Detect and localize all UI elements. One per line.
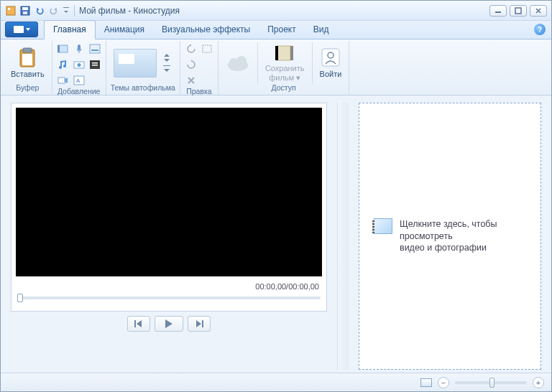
svg-rect-29 <box>275 46 278 60</box>
zoom-slider-thumb[interactable] <box>489 378 494 388</box>
app-icon <box>5 5 17 17</box>
help-icon[interactable]: ? <box>534 24 546 35</box>
delete-icon[interactable] <box>185 74 198 87</box>
svg-point-16 <box>77 63 80 67</box>
login-label: Войти <box>320 70 342 78</box>
preview-pane: 00:00,00/00:00,00 <box>11 103 327 370</box>
save-icon[interactable] <box>19 5 31 17</box>
svg-rect-9 <box>23 48 32 52</box>
add-caption-icon[interactable] <box>88 42 101 55</box>
tab-main[interactable]: Главная <box>44 20 96 39</box>
svg-rect-14 <box>78 45 80 50</box>
zoom-in-button[interactable]: + <box>533 377 544 388</box>
ribbon-tabstrip: Главная Анимация Визуальные эффекты Прое… <box>1 21 551 39</box>
group-themes: Темы автофильма <box>106 41 180 95</box>
svg-rect-1 <box>8 8 10 10</box>
group-access: Сохранить фильм ▾ Войти Доступ <box>218 41 349 95</box>
minimize-button[interactable] <box>489 5 507 17</box>
add-blank-icon <box>88 74 101 87</box>
paste-button[interactable]: Вставить <box>8 45 47 80</box>
window-title: Мой фильм - Киностудия <box>79 6 180 16</box>
select-all-icon[interactable] <box>201 42 213 55</box>
playback-slider[interactable] <box>17 297 321 299</box>
svg-rect-0 <box>6 6 15 15</box>
svg-rect-15 <box>74 62 84 68</box>
svg-rect-5 <box>63 7 69 8</box>
svg-rect-24 <box>203 45 211 52</box>
pane-splitter[interactable] <box>337 103 349 370</box>
save-movie-label2: фильм ▾ <box>269 73 300 82</box>
svg-rect-8 <box>20 50 34 67</box>
group-access-label: Доступ <box>272 83 296 93</box>
svg-point-27 <box>236 56 247 66</box>
blank-edit-2 <box>201 74 213 87</box>
add-narration-icon[interactable] <box>73 42 86 55</box>
add-music-icon[interactable] <box>57 58 70 71</box>
playback-slider-thumb[interactable] <box>17 294 23 302</box>
window-controls <box>489 5 547 17</box>
group-add: A Добавление <box>52 41 106 95</box>
svg-rect-17 <box>74 76 84 85</box>
quick-access-toolbar <box>5 5 70 17</box>
add-webcam-icon[interactable] <box>57 74 70 87</box>
blank-edit-1 <box>201 58 213 71</box>
next-frame-button[interactable] <box>188 316 211 332</box>
prev-frame-button[interactable] <box>127 316 150 332</box>
titlebar-separator <box>74 5 75 17</box>
tab-view[interactable]: Вид <box>305 21 338 39</box>
play-button[interactable] <box>155 316 183 332</box>
file-menu-button[interactable] <box>5 22 38 37</box>
svg-rect-10 <box>22 54 32 65</box>
svg-rect-23 <box>92 65 98 66</box>
qat-dropdown-icon[interactable] <box>63 5 70 17</box>
group-edit: Правка <box>180 41 218 95</box>
app-window: Мой фильм - Киностудия Главная Анимация … <box>0 0 552 392</box>
svg-rect-6 <box>495 11 501 13</box>
thumbnail-size-icon[interactable] <box>420 378 432 387</box>
undo-icon[interactable] <box>34 5 45 17</box>
rotate-right-icon[interactable] <box>185 58 198 71</box>
redo-icon[interactable] <box>48 5 60 17</box>
storyboard-hint-line1: Щелкните здесь, чтобы просмотреть <box>400 219 497 241</box>
ribbon: Вставить Буфер A <box>1 39 551 95</box>
svg-rect-4 <box>23 11 27 14</box>
svg-rect-3 <box>22 7 28 10</box>
group-clipboard: Вставить Буфер <box>4 41 52 95</box>
save-movie-button[interactable]: Сохранить фильм ▾ <box>262 42 308 83</box>
svg-rect-33 <box>134 320 136 327</box>
svg-rect-12 <box>58 45 60 52</box>
theme-preview[interactable] <box>114 49 157 78</box>
svg-rect-13 <box>58 78 65 83</box>
save-movie-label1: Сохранить <box>265 64 305 73</box>
titlebar: Мой фильм - Киностудия <box>1 1 551 21</box>
svg-rect-30 <box>290 46 293 60</box>
add-title-icon[interactable]: A <box>73 74 86 87</box>
playback-controls <box>11 312 327 336</box>
storyboard-hint: Щелкните здесь, чтобы просмотреть видео … <box>400 218 526 255</box>
tab-effects[interactable]: Визуальные эффекты <box>153 21 259 39</box>
preview-panel: 00:00,00/00:00,00 <box>11 103 327 312</box>
timecode: 00:00,00/00:00,00 <box>16 276 322 295</box>
tab-animation[interactable]: Анимация <box>96 21 153 39</box>
maximize-button[interactable] <box>510 5 527 17</box>
svg-rect-2 <box>21 6 29 15</box>
svg-rect-21 <box>90 60 100 69</box>
group-themes-label: Темы автофильма <box>111 83 175 93</box>
svg-rect-34 <box>202 320 203 327</box>
close-button[interactable] <box>530 5 547 17</box>
zoom-slider[interactable] <box>455 381 527 384</box>
login-button[interactable]: Войти <box>317 45 345 80</box>
add-credits-icon[interactable] <box>88 58 101 71</box>
share-cloud-button[interactable] <box>223 52 253 75</box>
add-video-icon[interactable] <box>57 42 70 55</box>
svg-point-25 <box>228 60 248 71</box>
svg-point-26 <box>229 58 238 67</box>
rotate-left-icon[interactable] <box>185 42 198 55</box>
workspace: 00:00,00/00:00,00 Щелкните здесь, чтобы … <box>1 95 551 373</box>
storyboard-dropzone[interactable]: Щелкните здесь, чтобы просмотреть видео … <box>359 103 541 370</box>
theme-gallery-dropdown[interactable] <box>162 54 172 72</box>
media-icon <box>374 218 392 234</box>
zoom-out-button[interactable]: − <box>438 377 449 388</box>
tab-project[interactable]: Проект <box>259 21 305 39</box>
add-snapshot-icon[interactable] <box>73 58 86 71</box>
